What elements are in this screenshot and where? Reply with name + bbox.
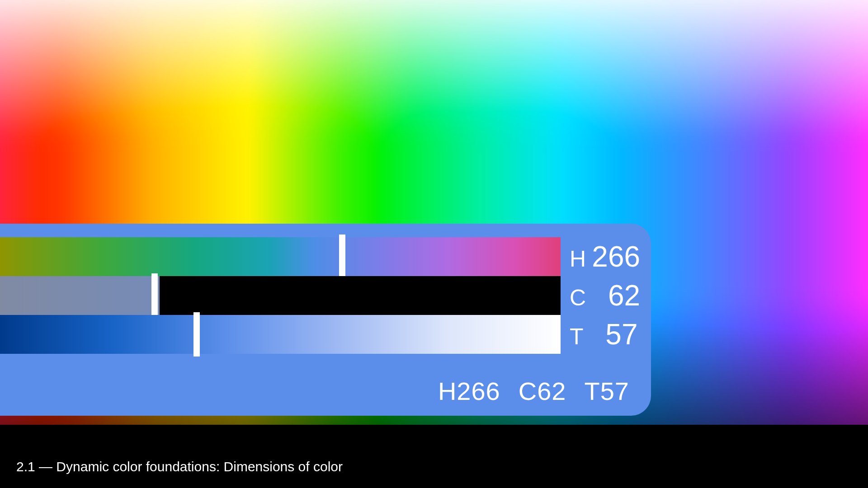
chroma-value: 62 [590,279,640,312]
tone-readout: T 57 [570,318,638,351]
hue-label: H [570,246,586,272]
summary-chroma: C62 [519,376,566,406]
summary-tone: T57 [585,376,630,406]
hue-value: 266 [590,240,640,273]
hue-slider-thumb[interactable] [339,235,345,279]
tone-slider-track[interactable] [0,315,561,354]
tone-row: T 57 [0,315,633,354]
video-caption: 2.1 — Dynamic color foundations: Dimensi… [16,459,343,474]
chroma-slider-thumb[interactable] [151,273,158,318]
summary-hue: H266 [438,376,500,406]
bottom-black-band [0,425,868,488]
tone-label: T [570,324,584,350]
chroma-label: C [570,285,586,311]
tone-slider-thumb[interactable] [193,312,200,357]
hct-summary: H266 C62 T57 [438,376,629,406]
chroma-slider-track[interactable] [0,276,561,315]
chroma-out-of-gamut-mask [160,276,561,315]
hue-row: H 266 [0,237,633,276]
hue-slider-track[interactable] [0,237,561,276]
hct-slider-panel: H 266 C 62 T 57 H266 C62 T57 [0,224,651,416]
hue-readout: H 266 [570,240,640,273]
tone-value: 57 [588,318,638,351]
chroma-row: C 62 [0,276,633,315]
chroma-readout: C 62 [570,279,640,312]
